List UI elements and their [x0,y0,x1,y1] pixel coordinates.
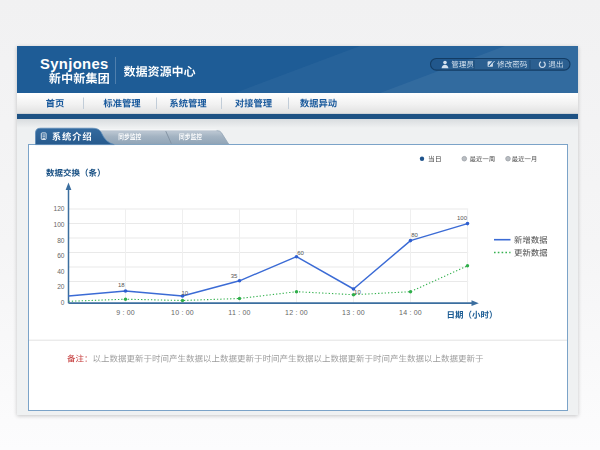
svg-text:60: 60 [57,252,65,259]
svg-text:10: 10 [354,289,361,295]
svg-text:80: 80 [57,237,65,244]
svg-text:120: 120 [53,205,64,212]
svg-text:13 : 00: 13 : 00 [342,309,365,316]
svg-text:0: 0 [61,299,65,306]
svg-text:20: 20 [57,283,65,290]
svg-text:12 : 00: 12 : 00 [285,309,308,316]
svg-text:35: 35 [231,273,238,279]
svg-text:9 : 00: 9 : 00 [116,309,135,316]
svg-text:10: 10 [181,290,188,296]
svg-text:18: 18 [118,282,125,288]
svg-text:Synjones: Synjones [40,56,109,72]
svg-text:11 : 00: 11 : 00 [228,309,250,316]
svg-text:60: 60 [297,250,304,256]
svg-text:80: 80 [411,232,418,238]
svg-text:100: 100 [53,221,64,228]
svg-text:40: 40 [57,268,65,275]
svg-text:10 : 00: 10 : 00 [171,309,194,316]
svg-text:14 : 00: 14 : 00 [399,309,422,316]
svg-text:100: 100 [457,215,468,221]
